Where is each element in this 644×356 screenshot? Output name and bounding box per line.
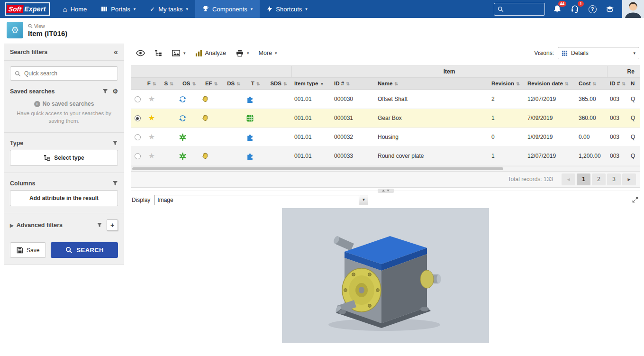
quick-search-input[interactable] [24,70,113,77]
support-button[interactable]: 1 [570,4,580,14]
cell-id: 000033 [331,146,375,165]
splitter-grip[interactable] [378,189,394,193]
user-avatar[interactable] [622,0,644,18]
quick-search[interactable] [10,66,118,81]
image-export-button[interactable]: ▾ [167,46,190,60]
cell-name: Round cover plate [375,146,489,165]
add-filter-button[interactable]: + [107,219,118,231]
global-search[interactable] [494,3,545,16]
print-button[interactable]: ▾ [231,46,254,60]
panel-splitter[interactable] [131,188,640,194]
expand-panel-button[interactable] [631,196,639,204]
search-label: SEARCH [77,246,104,254]
cell-revision-date: 1/09/2019 [525,128,576,146]
help-button[interactable]: ? [587,4,598,14]
gear-icon[interactable]: ⚙ [112,88,118,95]
row-radio[interactable] [135,134,141,140]
next-page-button[interactable]: ▸ [622,173,636,185]
portals-icon [101,6,108,12]
column-header-rev-id[interactable]: ID #⇅ [607,77,628,90]
chevron-down-icon: ▾ [305,7,308,11]
filter-icon[interactable] [97,222,102,228]
table-row[interactable]: ★ 001.01 000033 Round cover plate 1 12/0… [131,146,640,165]
nav-home[interactable]: ⌂ Home [56,0,94,18]
cell-rev-name: Q [628,146,640,165]
column-header-revision-date[interactable]: Revision date⇅ [525,77,576,90]
group-header-item: Item [291,66,607,77]
column-header-ef[interactable]: EF⇅ [200,77,222,90]
cell-rev-id: 003 [607,128,628,146]
column-header-sds[interactable]: SDS⇅ [266,77,291,90]
table-row[interactable]: ★ 001.01 000030 Offset Shaft 2 12/07/201… [131,90,640,109]
info-icon: i [34,101,40,107]
structure-view-button[interactable] [150,46,166,60]
column-header-os[interactable]: OS⇅ [178,77,200,90]
column-header-revision[interactable]: Revision⇅ [489,77,525,90]
saved-searches-title: Saved searches [10,88,55,95]
analyze-button[interactable]: Analyze [191,46,230,60]
results-grid: Item Re F⇅ S⇅ OS⇅ EF⇅ DS⇅ T⇅ SDS⇅ Item t… [131,65,640,166]
filter-icon[interactable] [112,140,118,146]
hierarchy-icon [44,155,50,161]
prev-page-button[interactable]: ◂ [562,173,575,185]
column-header-name[interactable]: Name⇅ [375,77,489,90]
nav-portals[interactable]: Portals ▾ [94,0,143,18]
total-records: Total records: 133 [508,176,553,183]
search-filters-panel: Search filters « Saved searches ⚙ i No s… [4,44,124,265]
select-type-button[interactable]: Select type [10,150,118,166]
analyze-label: Analyze [205,50,226,56]
softexpert-logo[interactable]: Soft Expert [5,2,50,16]
nav-my-tasks[interactable]: ✓ My tasks ▾ [143,0,195,18]
navbar-right: 44 1 ? [494,0,644,18]
collapse-panel-button[interactable]: « [114,49,118,55]
filter-icon[interactable] [102,89,108,94]
column-header-ds[interactable]: DS⇅ [222,77,245,90]
favorite-star-icon[interactable]: ★ [148,133,155,141]
avatar-image [622,0,644,18]
cell-cost: 1,200.00 [576,146,607,165]
nav-components[interactable]: Components ▾ [195,0,260,18]
nav-shortcuts[interactable]: Shortcuts ▾ [260,0,314,18]
display-select-value: Image [154,195,359,205]
search-button[interactable]: SEARCH [51,242,118,258]
page-button-1[interactable]: 1 [577,173,590,185]
table-row-selected[interactable]: ★ 001.01 000031 Gear Box 1 7/09/2019 360… [131,109,640,128]
display-label: Display [132,197,150,203]
column-header-f[interactable]: F⇅ [144,77,160,90]
row-radio[interactable] [135,96,141,102]
favorite-star-icon[interactable]: ★ [148,152,155,160]
page-button-2[interactable]: 2 [592,173,606,185]
view-record-button[interactable] [132,46,149,60]
row-radio[interactable] [135,153,141,159]
favorite-star-icon[interactable]: ★ [148,95,155,103]
page-button-3[interactable]: 3 [607,173,621,185]
layers-icon [606,6,614,13]
global-search-input[interactable] [506,6,539,12]
cell-revision: 0 [489,128,525,146]
table-row[interactable]: ★ 001.01 000032 Housing 0 1/09/2019 0.00 [131,128,640,146]
check-icon: ✓ [150,6,155,12]
notifications-button[interactable]: 44 [552,4,562,14]
cell-cost: 0.00 [576,128,607,146]
visions-select[interactable]: Details ▾ [558,47,639,59]
column-header-rev-name[interactable]: N [628,77,640,90]
cell-rev-name: Q [628,109,640,128]
eye-icon [136,50,145,56]
display-select[interactable]: Image ▼ [154,195,368,205]
column-header-t[interactable]: T⇅ [245,77,266,90]
column-header-s[interactable]: S⇅ [160,77,178,90]
advanced-filters-toggle[interactable]: ▶ Advanced filters + [10,213,118,236]
apps-button[interactable] [605,4,615,14]
tree-icon [154,49,162,57]
favorite-star-icon-active[interactable]: ★ [148,114,155,122]
column-header-cost[interactable]: Cost⇅ [576,77,607,90]
add-attribute-button[interactable]: Add attribute in the result [10,190,118,206]
more-button[interactable]: More ▾ [254,46,281,60]
column-header-id[interactable]: ID #⇅ [331,77,375,90]
row-radio-checked[interactable] [135,115,141,121]
filter-icon[interactable] [112,181,118,186]
save-search-button[interactable]: Save [10,242,46,258]
horizontal-scrollbar[interactable] [131,166,640,172]
column-header-item-type[interactable]: Item type▼ [291,77,331,90]
scrollbar-thumb[interactable] [132,167,503,170]
